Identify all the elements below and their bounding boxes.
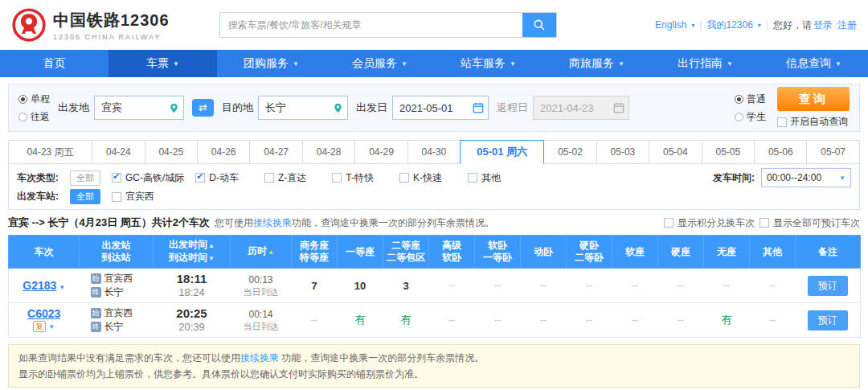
station-all-button[interactable]: 全部 [70, 189, 100, 204]
seat-cell: 有 [338, 303, 383, 338]
normal-passenger-radio[interactable]: 普通 [735, 92, 766, 106]
depart-station-label: 出发车站: [17, 190, 59, 203]
passenger-type-group: 普通 学生 [735, 92, 766, 124]
date-tab[interactable]: 05-04 [649, 140, 702, 164]
col-label: 二等座 [384, 240, 428, 252]
col-label: 历时 [248, 245, 267, 257]
nav-member-services[interactable]: 会员服务▼ [326, 50, 434, 77]
duration: 00:14 [232, 308, 290, 321]
one-way-radio[interactable]: 单程 [18, 92, 50, 106]
date-tab[interactable]: 04-25 [145, 140, 198, 164]
book-button[interactable]: 预订 [808, 276, 848, 296]
seat-cell: 有 [383, 303, 429, 338]
nav-tickets[interactable]: 车票▼ [108, 50, 217, 77]
show-bookable-checkbox[interactable]: 显示全部可预订车次 [760, 216, 860, 230]
date-tab[interactable]: 05-02 [543, 140, 596, 164]
start-station-icon: 始 [91, 308, 101, 318]
arrival-day: 当日到达 [232, 286, 290, 298]
date-tab[interactable]: 04-29 [354, 140, 407, 164]
seat-cell: -- [567, 269, 612, 303]
col-label: 商务座 [293, 240, 336, 252]
transfer-link[interactable]: 接续换乘 [253, 217, 292, 228]
stations-cell: 始宜宾西 终长宁 [80, 303, 154, 338]
date-tab[interactable]: 05-07 [806, 140, 859, 164]
depart-date-input[interactable] [399, 102, 470, 114]
auto-query-label: 开启自动查询 [790, 115, 848, 129]
register-link[interactable]: 注册 [837, 18, 857, 32]
tip-text: 功能，查询途中换乘一次的部分列车余票情况。 [292, 217, 494, 228]
sort-desc-icon[interactable]: ▼ [208, 255, 215, 262]
col-label: 备注 [796, 246, 859, 258]
from-station-input[interactable] [101, 102, 166, 114]
seat-cell: 7 [292, 269, 338, 303]
checkbox-icon [664, 218, 674, 228]
depart-time-select[interactable]: 00:00--24:00▼ [761, 168, 851, 187]
expand-arrow-icon[interactable]: ▼ [48, 323, 55, 330]
date-tab[interactable]: 05-05 [702, 140, 755, 164]
brand-home-link[interactable]: 中国铁路12306 12306 CHINA RAILWAY [11, 7, 170, 43]
date-tab[interactable]: 04-23 周五 [8, 140, 92, 164]
round-trip-radio[interactable]: 往返 [18, 110, 50, 124]
book-button[interactable]: 预订 [808, 310, 848, 330]
table-row: C6023 复▼ 始宜宾西 终长宁 20:25 20:39 00:14 当日到达… [9, 303, 861, 338]
filter-other-checkbox[interactable]: 其他 [468, 171, 501, 185]
show-points-checkbox[interactable]: 显示积分兑换车次 [664, 216, 755, 230]
col-label: 二等卧 [567, 252, 611, 264]
times-cell: 18:11 18:24 [154, 269, 231, 303]
col-label: 硬卧 [567, 240, 611, 252]
col-label: 出发站 [80, 240, 152, 252]
date-tab[interactable]: 04-28 [302, 140, 355, 164]
nav-home[interactable]: 首页 [0, 50, 108, 77]
date-tab[interactable]: 04-30 [407, 140, 461, 164]
radio-icon [18, 113, 27, 121]
nav-group-services[interactable]: 团购服务▼ [217, 50, 326, 77]
swap-stations-button[interactable]: ⇄ [192, 99, 214, 117]
date-tab[interactable]: 04-26 [197, 140, 250, 164]
my12306-link[interactable]: 我的12306 [706, 18, 752, 32]
to-label: 目的地 [222, 101, 253, 115]
chevron-down-icon: ▼ [835, 60, 841, 68]
date-tab[interactable]: 04-27 [249, 140, 302, 164]
search-input[interactable] [220, 13, 522, 37]
to-station-input[interactable] [265, 102, 330, 114]
nav-travel-guide[interactable]: 出行指南▼ [651, 50, 760, 77]
filter-yibinxi-checkbox[interactable]: 宜宾西 [112, 190, 154, 203]
filter-d-checkbox[interactable]: D-动车 [195, 171, 239, 185]
auto-query-checkbox[interactable]: 开启自动查询 [777, 115, 848, 129]
seat-cell: -- [658, 269, 704, 303]
nav-business-services[interactable]: 商旅服务▼ [542, 50, 651, 77]
expand-arrow-icon[interactable]: ▼ [59, 284, 65, 291]
login-link[interactable]: 登录 [813, 18, 833, 32]
seat-cell: -- [292, 303, 338, 338]
checkbox-checked-icon [195, 173, 205, 183]
filter-z-checkbox[interactable]: Z-直达 [264, 171, 306, 185]
calendar-icon[interactable] [473, 102, 484, 113]
train-type-all-button[interactable]: 全部 [70, 170, 100, 186]
date-tab[interactable]: 05-03 [596, 140, 649, 164]
transfer-link[interactable]: 接续换乘 [240, 352, 279, 363]
filter-t-checkbox[interactable]: T-特快 [332, 171, 374, 185]
railway-logo-icon [11, 7, 47, 43]
sort-asc-icon[interactable]: ▲ [208, 242, 215, 249]
chevron-down-icon: ▼ [839, 174, 845, 182]
date-tab-active[interactable]: 05-01 周六 [460, 140, 544, 164]
filter-gc-checkbox[interactable]: GC-高铁/城际 [112, 171, 184, 185]
checkbox-icon [399, 173, 409, 183]
col-label: 高级 [430, 240, 473, 252]
table-row: G2183▼ 始宜宾西 终长宁 18:11 18:24 00:13 当日到达 7… [9, 269, 861, 303]
trip-type-group: 单程 往返 [18, 92, 50, 124]
nav-station-services[interactable]: 站车服务▼ [434, 50, 542, 77]
date-tab[interactable]: 05-06 [754, 140, 807, 164]
sort-asc-icon[interactable]: ▲ [268, 248, 274, 256]
search-button[interactable] [522, 13, 556, 37]
train-number-link[interactable]: G2183 [23, 279, 56, 292]
train-number-link[interactable]: C6023 [27, 307, 60, 320]
student-passenger-radio[interactable]: 学生 [735, 110, 766, 124]
filter-k-checkbox[interactable]: K-快速 [399, 171, 442, 185]
date-tab[interactable]: 04-24 [92, 140, 145, 164]
duration: 00:13 [232, 273, 290, 286]
nav-info-query[interactable]: 信息查询▼ [760, 50, 868, 77]
query-button[interactable]: 查询 [777, 87, 850, 111]
language-link[interactable]: English [655, 19, 686, 31]
chevron-down-icon: ▾ [758, 22, 761, 29]
